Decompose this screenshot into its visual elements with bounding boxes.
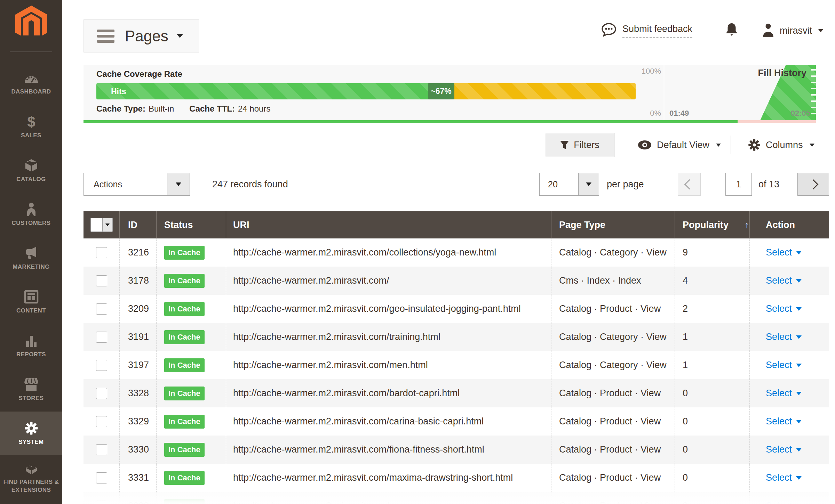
next-page-button[interactable]: [797, 173, 829, 196]
sidebar-item-customers[interactable]: CUSTOMERS: [0, 193, 62, 236]
select-action-link[interactable]: Select: [766, 247, 792, 258]
column-header-page-type[interactable]: Page Type: [551, 211, 675, 238]
select-action-link[interactable]: Select: [766, 388, 792, 399]
magento-logo-icon[interactable]: [15, 6, 47, 35]
column-header-popularity[interactable]: Popularity ↑: [675, 211, 750, 238]
actions-label: Actions: [84, 173, 167, 195]
sidebar-item-catalog[interactable]: CATALOG: [0, 149, 62, 193]
view-caret-icon: [716, 144, 721, 147]
column-header-status[interactable]: Status: [157, 211, 226, 238]
sidebar-item-system[interactable]: SYSTEM: [0, 412, 62, 455]
row-id-cell: 3209: [120, 295, 157, 323]
sidebar-item-dashboard[interactable]: DASHBOARD: [0, 61, 62, 105]
select-caret-icon[interactable]: [796, 420, 802, 423]
cache-type-value: Built-in: [149, 104, 174, 114]
select-all-header-cell: [84, 211, 120, 238]
sidebar-item-marketing[interactable]: MARKETING: [0, 236, 62, 280]
row-uri-cell: http://cache-warmer.m2.mirasvit.com/coll…: [226, 238, 551, 267]
view-label: Default View: [657, 140, 709, 151]
current-page-input[interactable]: [725, 173, 752, 196]
row-uri-cell: http://cache-warmer.m2.mirasvit.com/trai…: [226, 323, 551, 351]
dashboard-icon: [24, 70, 39, 85]
filter-funnel-icon: [560, 140, 569, 150]
account-menu[interactable]: mirasvit: [762, 23, 823, 39]
select-action-link[interactable]: Select: [766, 275, 792, 286]
submit-feedback-link[interactable]: Submit feedback: [601, 23, 692, 39]
row-checkbox[interactable]: [96, 472, 107, 483]
per-page-dropdown[interactable]: 20: [539, 173, 599, 196]
select-caret-icon[interactable]: [796, 364, 802, 367]
columns-dropdown[interactable]: Columns: [748, 133, 814, 157]
sidebar-item-sales[interactable]: $SALES: [0, 105, 62, 149]
row-checkbox[interactable]: [96, 332, 107, 343]
table-row: 3329 In Cache http://cache-warmer.m2.mir…: [84, 407, 829, 436]
customers-icon: [24, 202, 39, 216]
table-row: 3178 In Cache http://cache-warmer.m2.mir…: [84, 267, 829, 295]
select-caret-icon[interactable]: [796, 251, 802, 254]
row-checkbox-cell: [84, 351, 120, 379]
cache-coverage-title: Cache Coverage Rate: [96, 69, 182, 79]
column-header-id[interactable]: ID: [120, 211, 157, 238]
page-title-caret-icon[interactable]: [177, 34, 183, 38]
select-all-caret-icon[interactable]: [102, 218, 112, 231]
select-caret-icon[interactable]: [796, 279, 802, 283]
row-checkbox-cell: [84, 407, 120, 436]
row-checkbox[interactable]: [96, 303, 107, 315]
coverage-percent-badge: ~67%: [428, 83, 454, 99]
previous-page-button[interactable]: [678, 173, 701, 196]
row-checkbox[interactable]: [96, 444, 107, 455]
row-checkbox[interactable]: [96, 388, 107, 399]
select-caret-icon[interactable]: [796, 448, 802, 452]
row-page-type-cell: Catalog · Product · View: [551, 295, 675, 323]
row-popularity-cell: 0: [675, 464, 750, 492]
filters-button[interactable]: Filters: [545, 133, 614, 157]
row-checkbox[interactable]: [96, 247, 107, 258]
sort-ascending-icon[interactable]: ↑: [745, 220, 749, 230]
row-popularity-cell: 9: [675, 238, 750, 267]
row-status-cell: In Cache: [157, 267, 226, 295]
chevron-left-icon: [684, 179, 694, 189]
select-caret-icon[interactable]: [796, 335, 802, 339]
menu-icon[interactable]: [97, 30, 114, 43]
catalog-icon: [24, 158, 39, 172]
table-row: 3197 In Cache http://cache-warmer.m2.mir…: [84, 351, 829, 379]
sidebar-item-label: DASHBOARD: [9, 88, 53, 96]
select-action-link[interactable]: Select: [766, 444, 792, 455]
select-caret-icon[interactable]: [796, 392, 802, 395]
select-action-link[interactable]: Select: [766, 360, 792, 371]
grid-body: 3216 In Cache http://cache-warmer.m2.mir…: [84, 238, 829, 492]
notifications-bell-icon[interactable]: [725, 23, 738, 39]
sidebar-item-reports[interactable]: REPORTS: [0, 324, 62, 368]
row-checkbox[interactable]: [96, 275, 107, 286]
sidebar-item-stores[interactable]: STORES: [0, 368, 62, 412]
status-badge: In Cache: [164, 471, 205, 485]
select-caret-icon[interactable]: [796, 307, 802, 311]
column-header-action[interactable]: Action: [750, 211, 829, 238]
row-page-type-cell: Catalog · Product · View: [551, 407, 675, 436]
sidebar-item-find-partners-extensions[interactable]: FIND PARTNERS & EXTENSIONS: [0, 455, 62, 499]
select-action-link[interactable]: Select: [766, 332, 792, 342]
cache-coverage-panel: Cache Coverage Rate Hits ~67% Cache Type…: [84, 65, 816, 120]
feedback-bubble-icon: [601, 23, 617, 39]
row-checkbox[interactable]: [96, 360, 107, 371]
default-view-dropdown[interactable]: Default View: [638, 133, 721, 157]
column-header-uri[interactable]: URI: [226, 211, 551, 238]
row-page-type-cell: Catalog · Product · View: [551, 464, 675, 492]
select-action-link[interactable]: Select: [766, 303, 792, 314]
select-action-link[interactable]: Select: [766, 472, 792, 483]
select-all-checkbox[interactable]: [90, 218, 113, 232]
row-page-type-cell: Catalog · Product · View: [551, 436, 675, 464]
select-caret-icon[interactable]: [796, 476, 802, 480]
header-actions: Submit feedback mirasvit: [601, 20, 823, 41]
row-page-type-cell: Catalog · Category · View: [551, 351, 675, 379]
sidebar-item-content[interactable]: CONTENT: [0, 280, 62, 324]
actions-dropdown[interactable]: Actions: [84, 173, 190, 196]
row-id-cell: 3216: [120, 238, 157, 267]
filters-label: Filters: [574, 140, 599, 151]
row-uri-cell: http://cache-warmer.m2.mirasvit.com/bard…: [226, 379, 551, 407]
row-popularity-cell: 0: [675, 379, 750, 407]
row-checkbox[interactable]: [96, 416, 107, 427]
select-action-link[interactable]: Select: [766, 416, 792, 427]
select-all-box[interactable]: [91, 218, 102, 231]
row-popularity-cell: 1: [675, 323, 750, 351]
